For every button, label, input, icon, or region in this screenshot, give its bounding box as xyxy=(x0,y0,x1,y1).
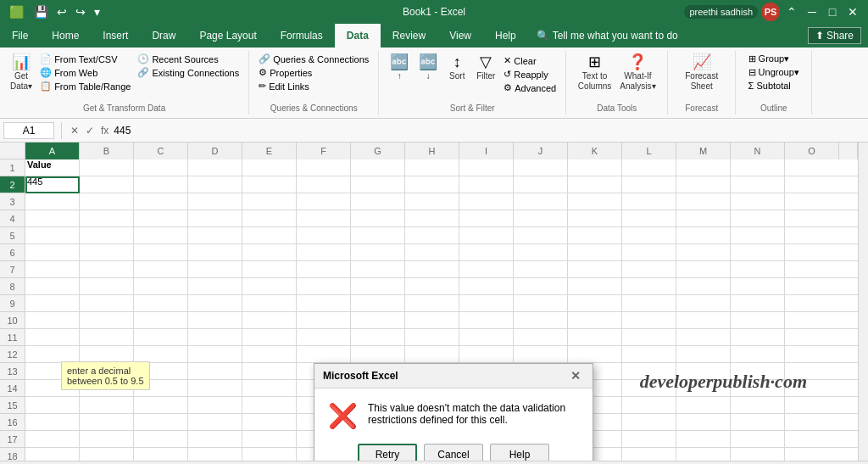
row-num-5[interactable]: 5 xyxy=(0,227,25,244)
advanced-btn[interactable]: ⚙Advanced xyxy=(501,81,559,94)
filter-small: ✕Clear ↺Reapply ⚙Advanced xyxy=(501,54,559,94)
group-items: 📊 GetData▾ 📄From Text/CSV 🌐From Web 📋Fro… xyxy=(7,53,242,102)
clear-icon: ✕ xyxy=(504,55,511,66)
row-num-17[interactable]: 17 xyxy=(0,431,25,448)
user-avatar[interactable]: PS xyxy=(761,3,780,21)
close-btn[interactable]: ✕ xyxy=(844,3,861,20)
subtotal-btn[interactable]: ΣSubtotal xyxy=(746,80,802,92)
row-num-9[interactable]: 9 xyxy=(0,295,25,312)
col-header-H[interactable]: H xyxy=(405,143,459,159)
clear-btn[interactable]: ✕Clear xyxy=(501,54,559,67)
col-header-N[interactable]: N xyxy=(731,143,785,159)
ribbon-group-queries: 🔗Queries & Connections ⚙Properties ✏Edit… xyxy=(249,51,379,115)
properties-btn[interactable]: ⚙Properties xyxy=(256,66,371,79)
col-header-A[interactable]: A xyxy=(25,143,80,159)
customize-icon[interactable]: ▾ xyxy=(92,3,103,20)
retry-button[interactable]: Retry xyxy=(358,444,417,461)
forecast-sheet-btn[interactable]: 📈 ForecastSheet xyxy=(682,53,721,93)
row-num-2[interactable]: 2 xyxy=(0,176,25,193)
minimize-btn[interactable]: ─ xyxy=(804,3,821,20)
row-num-4[interactable]: 4 xyxy=(0,210,25,227)
confirm-formula-icon[interactable]: ✓ xyxy=(84,123,96,138)
col-header-B[interactable]: B xyxy=(80,143,134,159)
row-num-3[interactable]: 3 xyxy=(0,193,25,210)
sort-btn[interactable]: ↕ Sort xyxy=(443,53,470,83)
group-btn[interactable]: ⊞Group▾ xyxy=(746,53,802,65)
recent-sources-btn[interactable]: 🕒Recent Sources xyxy=(135,53,242,65)
error-circle-icon: ❌ xyxy=(328,402,358,430)
sort-az-btn[interactable]: 🔤 ↑ xyxy=(386,53,413,83)
row-num-16[interactable]: 16 xyxy=(0,414,25,431)
redo-icon[interactable]: ↪ xyxy=(73,3,88,20)
from-text-btn[interactable]: 📄From Text/CSV xyxy=(37,53,133,65)
row-num-12[interactable]: 12 xyxy=(0,346,25,363)
group-label-get: Get & Transform Data xyxy=(83,102,165,113)
get-data-label: GetData▾ xyxy=(10,71,32,92)
dialog-close-btn[interactable]: ✕ xyxy=(567,369,584,383)
queries-conn-btn[interactable]: 🔗Queries & Connections xyxy=(256,53,371,65)
from-table-btn[interactable]: 📋From Table/Range xyxy=(37,80,133,92)
cancel-button[interactable]: Cancel xyxy=(424,444,483,461)
tab-insert[interactable]: Insert xyxy=(91,24,140,48)
row-num-18[interactable]: 18 xyxy=(0,448,25,461)
row-num-11[interactable]: 11 xyxy=(0,329,25,346)
what-if-btn[interactable]: ❓ What-IfAnalysis▾ xyxy=(616,53,659,93)
col-header-M[interactable]: M xyxy=(676,143,731,159)
col-header-L[interactable]: L xyxy=(622,143,676,159)
row-num-7[interactable]: 7 xyxy=(0,261,25,278)
sort-za-btn[interactable]: 🔤 ↓ xyxy=(415,53,442,83)
col-header-C[interactable]: C xyxy=(134,143,188,159)
undo-icon[interactable]: ↩ xyxy=(54,3,70,20)
conn-label: Existing Connections xyxy=(152,68,239,78)
tell-me-area[interactable]: 🔍 Tell me what you want to do xyxy=(528,24,808,48)
col-header-E[interactable]: E xyxy=(242,143,297,159)
name-box[interactable] xyxy=(3,122,54,139)
row-num-15[interactable]: 15 xyxy=(0,397,25,414)
col-header-D[interactable]: D xyxy=(188,143,242,159)
formula-input[interactable] xyxy=(114,125,865,137)
col-header-K[interactable]: K xyxy=(568,143,622,159)
filter-btn[interactable]: ▽ Filter xyxy=(472,53,499,83)
tab-page-layout[interactable]: Page Layout xyxy=(187,24,268,48)
row-num-14[interactable]: 14 xyxy=(0,380,25,397)
subtotal-icon: Σ xyxy=(748,81,754,91)
text-to-col-btn[interactable]: ⊞ Text toColumns xyxy=(575,53,615,93)
edit-links-btn[interactable]: ✏Edit Links xyxy=(256,80,371,92)
row-num-8[interactable]: 8 xyxy=(0,278,25,295)
maximize-btn[interactable]: □ xyxy=(824,3,841,20)
ribbon-tabs: File Home Insert Draw Page Layout Formul… xyxy=(0,24,868,48)
save-icon[interactable]: 💾 xyxy=(31,3,51,20)
tab-review[interactable]: Review xyxy=(381,24,437,48)
share-btn[interactable]: ⬆ Share xyxy=(808,24,868,48)
from-web-label: From Web xyxy=(54,68,97,78)
ribbon-collapse-btn[interactable]: ⌃ xyxy=(783,3,800,20)
tab-draw[interactable]: Draw xyxy=(140,24,187,48)
row-num-13[interactable]: 13 xyxy=(0,363,25,380)
col-header-O[interactable]: O xyxy=(785,143,839,159)
v-scrollbar[interactable] xyxy=(858,159,868,461)
existing-conn-btn[interactable]: 🔗Existing Connections xyxy=(135,66,242,79)
vertical-scrollbar[interactable] xyxy=(858,143,868,159)
reapply-btn[interactable]: ↺Reapply xyxy=(501,68,559,81)
insert-function-icon[interactable]: fx xyxy=(99,123,110,138)
col-header-G[interactable]: G xyxy=(351,143,405,159)
user-account[interactable]: preethi sadhish xyxy=(684,5,758,19)
col-header-I[interactable]: I xyxy=(459,143,514,159)
filter-icon: ▽ xyxy=(480,54,492,70)
row-num-1[interactable]: 1 xyxy=(0,159,25,176)
tab-formulas[interactable]: Formulas xyxy=(269,24,335,48)
tab-help[interactable]: Help xyxy=(483,24,528,48)
row-num-6[interactable]: 6 xyxy=(0,244,25,261)
tab-file[interactable]: File xyxy=(0,24,40,48)
get-data-btn[interactable]: 📊 GetData▾ xyxy=(7,53,36,93)
col-header-J[interactable]: J xyxy=(514,143,568,159)
tab-view[interactable]: View xyxy=(437,24,483,48)
tab-home[interactable]: Home xyxy=(40,24,91,48)
ungroup-btn[interactable]: ⊟Ungroup▾ xyxy=(746,66,802,79)
row-num-10[interactable]: 10 xyxy=(0,312,25,329)
cancel-formula-icon[interactable]: ✕ xyxy=(69,123,81,138)
col-header-F[interactable]: F xyxy=(297,143,351,159)
tab-data[interactable]: Data xyxy=(335,24,381,48)
from-web-btn[interactable]: 🌐From Web xyxy=(37,66,133,79)
help-button[interactable]: Help xyxy=(490,444,549,461)
